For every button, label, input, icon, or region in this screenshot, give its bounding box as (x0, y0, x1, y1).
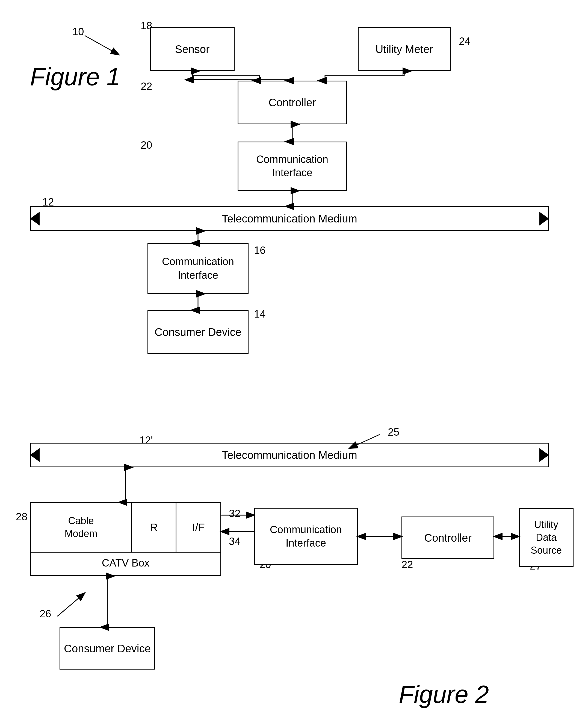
ref-26: 26 (40, 608, 51, 620)
if-label: I/F (176, 503, 220, 552)
svg-line-12 (85, 36, 119, 55)
ref-32: 32 (229, 508, 240, 520)
sensor-box: Sensor (150, 27, 235, 71)
controller-box-fig2: Controller (401, 516, 494, 559)
ref-24: 24 (459, 36, 470, 47)
comm-interface-box-fig1: Communication Interface (237, 142, 347, 191)
telecom-bar-fig2: Telecommunication Medium (30, 443, 549, 467)
ref-10: 10 (72, 26, 84, 38)
ref-14-fig1: 14 (254, 308, 266, 320)
comm-interface-box-fig2: Communication Interface (254, 508, 358, 565)
ref-20-fig1: 20 (141, 139, 152, 151)
utility-data-source-box: Utility Data Source (519, 508, 573, 567)
ref-22-fig1: 22 (141, 81, 152, 93)
cable-modem-label: Cable Modem (31, 503, 132, 552)
ref-22-fig2: 22 (401, 559, 413, 571)
consumer-device-box-fig2: Consumer Device (60, 627, 155, 670)
r-label: R (132, 503, 177, 552)
ref-16: 16 (254, 245, 266, 256)
controller-box-fig1: Controller (237, 81, 347, 124)
telecom-bar-fig1: Telecommunication Medium (30, 206, 549, 231)
ref-25: 25 (388, 426, 399, 438)
catv-box-label: CATV Box (102, 553, 150, 574)
ref-28: 28 (16, 511, 27, 523)
figure1-label: Figure 1 (30, 63, 120, 91)
svg-line-24 (57, 593, 85, 616)
figure2-label: Figure 2 (399, 680, 489, 709)
catv-outer-box: Cable Modem R I/F CATV Box (30, 502, 221, 576)
comm-interface2-box-fig1: Communication Interface (147, 243, 249, 294)
utility-meter-box: Utility Meter (358, 27, 450, 71)
consumer-device-box-fig1: Consumer Device (147, 310, 249, 354)
ref-34: 34 (229, 536, 240, 547)
